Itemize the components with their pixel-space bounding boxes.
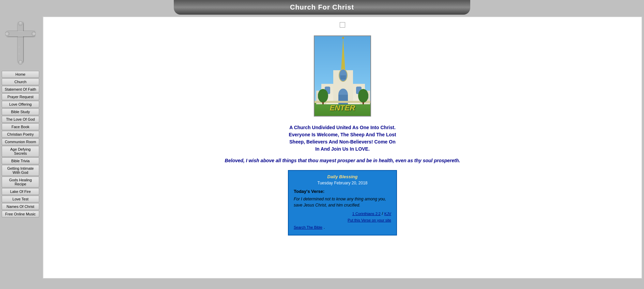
desc-line3: Sheep, Believers And Non-Believers! Come… <box>278 138 407 146</box>
top-image-placeholder <box>189 22 496 30</box>
put-verse-link[interactable]: Put this Verse on your site <box>348 218 391 222</box>
verse-separator: / <box>382 211 384 216</box>
sidebar-logo: ✦ ✦ ✦ ✦ ✦ ✦ <box>3 18 37 67</box>
svg-text:✦: ✦ <box>18 46 20 49</box>
site-title: Church For Christ <box>174 3 470 11</box>
nav-communion-room[interactable]: Communion Room <box>2 138 39 145</box>
main-content: ENTER A Church Undivided United As One I… <box>43 16 642 279</box>
put-verse-link-container: Put this Verse on your site <box>294 217 391 223</box>
nav-prayer-request[interactable]: Prayer Request <box>2 93 39 100</box>
todays-verse-label: Today's Verse: <box>294 189 391 194</box>
small-placeholder-img <box>340 22 345 28</box>
nav-statement-of-faith[interactable]: Statement Of Faith <box>2 86 39 93</box>
svg-text:✦: ✦ <box>9 27 11 30</box>
nav-the-love-of-god[interactable]: The Love Of God <box>2 116 39 123</box>
svg-text:✦: ✦ <box>29 39 31 42</box>
nav-home[interactable]: Home <box>2 71 39 78</box>
church-description: A Church Undivided United As One Into Ch… <box>278 124 407 153</box>
enter-label[interactable]: ENTER <box>315 104 370 112</box>
svg-rect-0 <box>18 22 23 62</box>
svg-text:✦: ✦ <box>9 39 11 42</box>
desc-line1: A Church Undivided United As One Into Ch… <box>278 124 407 131</box>
nav-church[interactable]: Church <box>2 78 39 85</box>
nav-bible-study[interactable]: Bible Study <box>2 108 39 115</box>
desc-line4: In And Join Us In LOVE. <box>278 146 407 153</box>
daily-blessing-date: Tuesday February 20, 2018 <box>294 181 391 185</box>
svg-point-4 <box>5 32 8 35</box>
svg-text:✦: ✦ <box>29 27 31 30</box>
desc-line2: Everyone Is Welcome, The Sheep And The L… <box>278 131 407 138</box>
svg-point-35 <box>318 89 328 103</box>
svg-point-37 <box>358 89 368 103</box>
verse-translation-link[interactable]: KJV <box>384 212 391 216</box>
nav-names-of-christ[interactable]: Names Of Christ <box>2 203 39 210</box>
search-bible-link-container: Search The Bible . <box>294 225 391 230</box>
verse-reference-link[interactable]: 1 Corinthians 2:2 <box>352 212 381 216</box>
daily-blessing-title: Daily Blessing <box>294 174 391 179</box>
verse-text: For I determined not to know any thing a… <box>294 196 391 208</box>
nav-love-test[interactable]: Love Test <box>2 196 39 202</box>
nav-love-offering[interactable]: Love Offering <box>2 101 39 108</box>
svg-point-5 <box>33 32 35 35</box>
church-image-container[interactable]: ENTER <box>314 35 371 117</box>
daily-blessing-box: Daily Blessing Tuesday February 20, 2018… <box>288 170 397 235</box>
church-image: ENTER <box>314 35 371 117</box>
svg-rect-27 <box>340 75 346 79</box>
svg-point-25 <box>342 37 344 39</box>
cross-icon: ✦ ✦ ✦ ✦ ✦ ✦ <box>5 21 36 65</box>
nav-menu: Home Church Statement Of Faith Prayer Re… <box>0 71 41 217</box>
nav-bible-trivia[interactable]: Bible Trivia <box>2 157 39 164</box>
search-bible-link[interactable]: Search The Bible <box>294 225 322 229</box>
header: Church For Christ <box>174 0 470 15</box>
nav-gods-healing-recipe[interactable]: Gods Healing Recipe <box>2 177 39 187</box>
svg-rect-1 <box>7 31 34 36</box>
nav-getting-intimate-with-god[interactable]: Getting Intimate With God <box>2 165 39 176</box>
nav-lake-of-fire[interactable]: Lake Of Fire <box>2 188 39 195</box>
nav-christian-poetry[interactable]: Christian Poetry <box>2 131 39 138</box>
search-bible-period: . <box>324 225 325 230</box>
layout: ✦ ✦ ✦ ✦ ✦ ✦ Home Church Statement Of Fai… <box>0 15 644 280</box>
nav-age-defying-secrets[interactable]: Age Defying Secrets <box>2 146 39 157</box>
nav-face-book[interactable]: Face Book <box>2 123 39 130</box>
nav-free-online-music[interactable]: Free Online Music <box>2 211 39 217</box>
main-inner: ENTER A Church Undivided United As One I… <box>189 22 496 235</box>
verse-links: 1 Corinthians 2:2 / KJV <box>294 211 391 216</box>
bible-verse: Beloved, I wish above all things that th… <box>223 158 462 163</box>
svg-text:✦: ✦ <box>18 52 20 56</box>
sidebar: ✦ ✦ ✦ ✦ ✦ ✦ Home Church Statement Of Fai… <box>0 15 41 280</box>
